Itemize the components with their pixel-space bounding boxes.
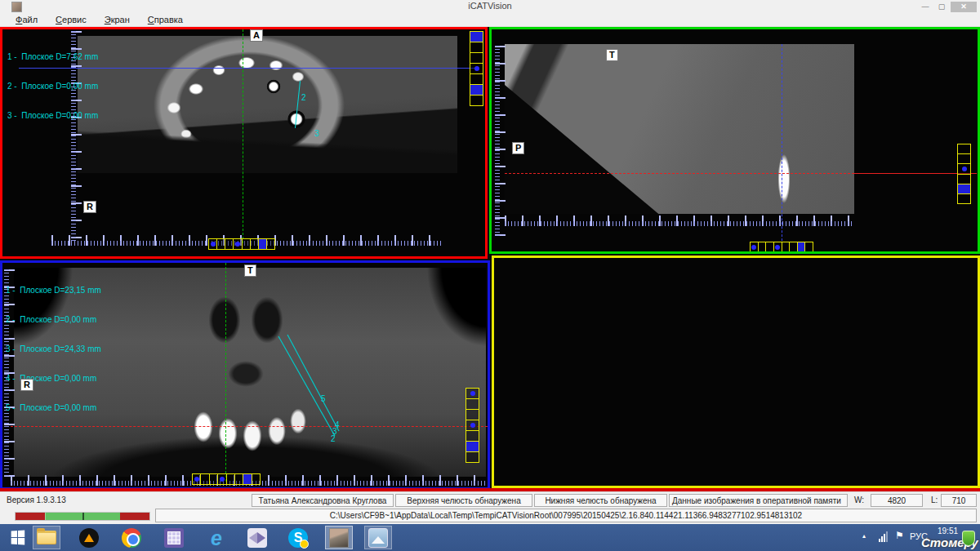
histogram-segment-red (16, 513, 45, 520)
menu-screen[interactable]: Экран (96, 15, 139, 24)
grid-app-icon (164, 528, 184, 548)
sagittal-horizontal-ruler (505, 216, 854, 226)
measurement-line: 5 - Плоское D=0,00 mm (6, 403, 101, 413)
upper-jaw-status: Верхняя челюсть обнаружена (395, 494, 532, 507)
windows-logo-icon (11, 531, 24, 545)
viewport-axial[interactable]: 1 - Плоское D=7,62 mm 2 - Плоское D=0,00… (0, 27, 488, 259)
version-label: Версия 1.9.3.13 (7, 495, 66, 504)
measurement-line: 3 - Плоское D=0,00 mm (7, 111, 98, 121)
orientation-label-top: T (244, 264, 256, 277)
screen: iCATVision — ▢ ✕ Файл Сервис Экран Справ… (0, 0, 980, 551)
taskbar-item-explorer[interactable] (33, 526, 60, 549)
internet-explorer-icon: e (211, 528, 222, 548)
image-viewer-icon (368, 528, 388, 548)
flag-icon[interactable]: ⚑ (895, 530, 904, 541)
coronal-slice-slider[interactable] (192, 473, 261, 485)
axial-slice-slider[interactable] (208, 238, 275, 250)
aimp-icon (79, 528, 99, 548)
maximize-button[interactable]: ▢ (936, 2, 947, 12)
skype-icon: S (288, 528, 308, 548)
orientation-label-right: R (83, 201, 96, 213)
window-title: iCATVision (0, 1, 980, 11)
kmplayer-icon (247, 528, 267, 548)
chrome-icon (122, 528, 141, 548)
coronal-annotation-5: 5 (321, 394, 326, 403)
ct-axial-image[interactable] (78, 36, 457, 173)
histogram-segment-red (120, 513, 149, 520)
sagittal-slice-slider[interactable] (750, 242, 813, 253)
taskbar-item-skype[interactable]: S (284, 526, 312, 549)
window-width-value[interactable]: 4820 (871, 494, 923, 507)
orientation-label-anterior: A (250, 29, 263, 42)
measurement-line: 2 - Плоское D=0,00 mm (7, 82, 98, 91)
status-bar: Версия 1.9.3.13 Татьяна Александровна Кр… (0, 491, 980, 508)
menu-help[interactable]: Справка (139, 15, 192, 24)
menu-service[interactable]: Сервис (47, 15, 96, 24)
taskbar-item-chrome[interactable] (118, 526, 145, 549)
antivirus-shield-icon[interactable] (962, 531, 975, 546)
network-signal-icon[interactable] (879, 531, 888, 542)
orientation-label-posterior: P (512, 142, 524, 154)
coronal-measurement-list: 1 - Плоское D=23,15 mm 2 - Плоское D=0,0… (6, 266, 101, 433)
window-level-value[interactable]: 710 (941, 494, 977, 507)
window-level-label: L: (931, 495, 938, 504)
axial-annotation-2: 2 (301, 93, 306, 102)
title-bar: iCATVision — ▢ ✕ (0, 0, 980, 13)
coronal-nav-ladder[interactable] (466, 388, 479, 463)
histogram-segment-green (45, 513, 120, 520)
folder-icon (37, 531, 56, 544)
measurement-line: 2 - Плоское D=0,00 mm (6, 315, 101, 325)
axial-annotation-3: 3 (314, 129, 319, 138)
orientation-label-right: R (20, 379, 33, 391)
menu-file[interactable]: Файл (7, 15, 47, 24)
lower-jaw-status: Нижняя челюсть обнаружена (534, 494, 667, 507)
measurement-line: 1 - Плоское D=23,15 mm (6, 286, 101, 295)
patient-name-field: Татьяна Александровна Круглова (252, 494, 394, 507)
taskbar-item-aimp[interactable] (75, 526, 103, 549)
sagittal-horizontal-crosshair[interactable] (505, 173, 854, 174)
taskbar: e S ▴ ⚑ РУС 19:51 Стомеру (0, 524, 980, 551)
viewport-sagittal[interactable]: T P (489, 27, 980, 254)
icatvision-icon (329, 528, 349, 548)
orientation-label-top: T (606, 49, 618, 61)
taskbar-item-image-viewer[interactable] (364, 526, 392, 549)
data-path-field: C:\Users\CF9B~1\AppData\Local\Temp\Tempi… (155, 509, 977, 522)
axial-measurement-list: 1 - Плоское D=7,62 mm 2 - Плоское D=0,00… (7, 33, 98, 140)
tray-expand-arrow[interactable]: ▴ (862, 532, 866, 540)
minimize-button[interactable]: — (920, 2, 931, 12)
ct-sagittal-cut (505, 44, 854, 214)
axial-nav-ladder[interactable] (470, 31, 483, 106)
viewport-coronal[interactable]: 1 - Плоское D=23,15 mm 2 - Плоское D=0,0… (0, 260, 490, 490)
menu-bar: Файл Сервис Экран Справка (0, 13, 980, 27)
sagittal-vertical-ruler (495, 46, 506, 238)
memory-status: Данные изображения в оперативной памяти (669, 494, 848, 507)
coronal-vertical-crosshair[interactable] (225, 263, 226, 482)
axial-vertical-crosshair[interactable] (243, 29, 243, 243)
coronal-annotation-2: 2 (331, 434, 336, 443)
start-button[interactable] (3, 526, 31, 549)
taskbar-item-grid-app[interactable] (160, 526, 188, 549)
taskbar-item-kmplayer[interactable] (243, 526, 271, 549)
close-button[interactable]: ✕ (951, 2, 977, 12)
path-bar: C:\Users\CF9B~1\AppData\Local\Temp\Tempi… (0, 508, 980, 524)
window-width-label: W: (854, 495, 864, 504)
measurement-line: 1 - Плоское D=7,62 mm (7, 52, 98, 62)
taskbar-item-icatvision-active[interactable] (325, 526, 353, 549)
histogram-bar (15, 512, 150, 521)
viewport-empty[interactable] (492, 256, 980, 488)
measurement-line: 3 - Плоское D=24,33 mm (6, 344, 101, 354)
clock[interactable]: 19:51 (938, 527, 958, 535)
sagittal-nav-ladder[interactable] (957, 144, 971, 204)
taskbar-item-internet-explorer[interactable]: e (203, 526, 230, 549)
ct-sagittal-image[interactable] (505, 44, 854, 214)
